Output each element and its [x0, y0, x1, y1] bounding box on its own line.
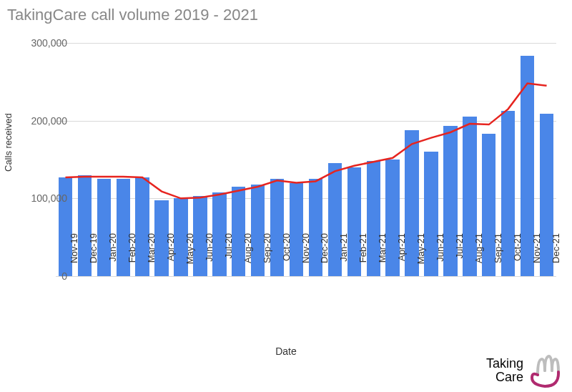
- x-tick-label: Jul-20: [223, 233, 234, 283]
- x-tick-label: Jan-20: [107, 233, 118, 283]
- y-tick-label: 300,000: [24, 37, 67, 49]
- x-tick-label: Sep-20: [262, 233, 272, 283]
- x-tick-label: Apr-20: [165, 233, 176, 283]
- chart-container: TakingCare call volume 2019 - 2021 Calls…: [0, 0, 572, 392]
- hand-icon: [529, 353, 563, 388]
- x-tick-label: Mar-20: [146, 233, 157, 283]
- x-tick-label: May-20: [184, 233, 195, 283]
- x-tick-label: Jun-21: [435, 233, 445, 283]
- x-tick-label: Nov-20: [300, 233, 311, 283]
- y-tick-label: 100,000: [24, 192, 67, 204]
- x-tick-label: Mar-21: [377, 233, 388, 283]
- x-tick-label: Aug-21: [473, 233, 484, 283]
- x-tick-label: Nov-21: [531, 233, 542, 283]
- x-tick-label: Jun-20: [204, 233, 214, 283]
- x-tick-label: Aug-20: [242, 233, 253, 283]
- y-axis-label: Calls received: [3, 113, 14, 172]
- brand-line1: Taking: [486, 357, 523, 371]
- x-tick-label: May-21: [415, 233, 426, 283]
- chart-title: TakingCare call volume 2019 - 2021: [7, 6, 258, 24]
- y-tick-label: 200,000: [24, 115, 67, 127]
- brand-text: Taking Care: [486, 357, 523, 384]
- x-tick-label: Sep-21: [493, 233, 503, 283]
- x-tick-label: Oct-21: [512, 233, 523, 283]
- x-tick-label: Feb-20: [127, 233, 137, 283]
- x-tick-label: Jan-21: [338, 233, 349, 283]
- x-tick-label: Oct-20: [281, 233, 292, 283]
- x-tick-label: Jul-21: [454, 233, 465, 283]
- x-tick-label: Apr-21: [396, 233, 407, 283]
- x-tick-label: Dec-20: [319, 233, 330, 283]
- x-tick-label: Feb-21: [358, 233, 368, 283]
- brand-line2: Care: [486, 371, 523, 384]
- brand-logo: Taking Care: [486, 353, 563, 388]
- x-tick-label: Nov-19: [69, 233, 79, 283]
- x-tick-label: Dec-19: [88, 233, 99, 283]
- trend-line: [65, 84, 546, 199]
- y-tick-label: 0: [24, 270, 67, 282]
- x-tick-label: Dec-21: [551, 233, 561, 283]
